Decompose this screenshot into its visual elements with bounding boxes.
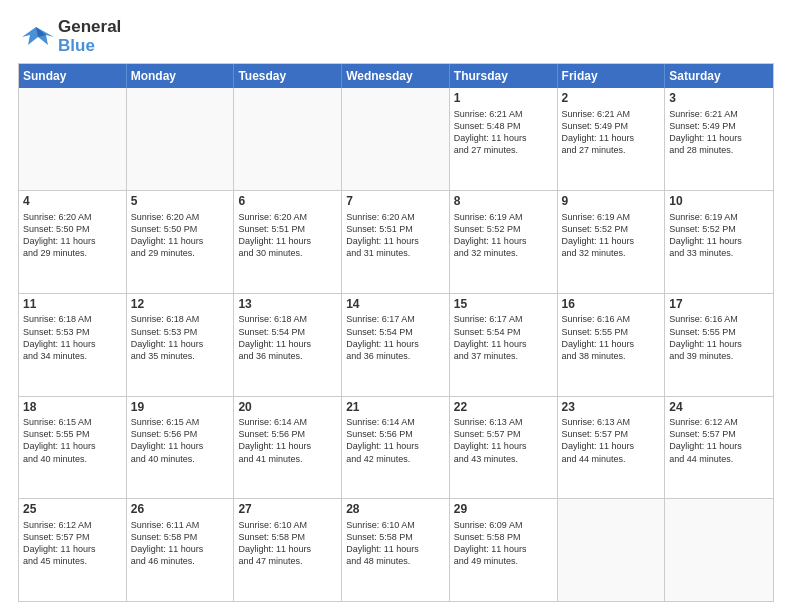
day-number: 20 xyxy=(238,400,337,416)
day-info: Sunrise: 6:21 AM Sunset: 5:49 PM Dayligh… xyxy=(562,108,661,157)
calendar-day-9: 9Sunrise: 6:19 AM Sunset: 5:52 PM Daylig… xyxy=(558,191,666,293)
day-number: 14 xyxy=(346,297,445,313)
day-info: Sunrise: 6:17 AM Sunset: 5:54 PM Dayligh… xyxy=(454,313,553,362)
day-number: 1 xyxy=(454,91,553,107)
calendar-week-1: 1Sunrise: 6:21 AM Sunset: 5:48 PM Daylig… xyxy=(19,88,773,190)
day-info: Sunrise: 6:18 AM Sunset: 5:53 PM Dayligh… xyxy=(131,313,230,362)
day-info: Sunrise: 6:13 AM Sunset: 5:57 PM Dayligh… xyxy=(454,416,553,465)
calendar-day-7: 7Sunrise: 6:20 AM Sunset: 5:51 PM Daylig… xyxy=(342,191,450,293)
calendar-day-17: 17Sunrise: 6:16 AM Sunset: 5:55 PM Dayli… xyxy=(665,294,773,396)
calendar-day-22: 22Sunrise: 6:13 AM Sunset: 5:57 PM Dayli… xyxy=(450,397,558,499)
day-number: 29 xyxy=(454,502,553,518)
calendar-day-27: 27Sunrise: 6:10 AM Sunset: 5:58 PM Dayli… xyxy=(234,499,342,601)
day-number: 8 xyxy=(454,194,553,210)
day-number: 24 xyxy=(669,400,769,416)
calendar-week-4: 18Sunrise: 6:15 AM Sunset: 5:55 PM Dayli… xyxy=(19,396,773,499)
day-info: Sunrise: 6:10 AM Sunset: 5:58 PM Dayligh… xyxy=(346,519,445,568)
logo-icon xyxy=(18,23,54,51)
weekday-header-thursday: Thursday xyxy=(450,64,558,88)
calendar-day-15: 15Sunrise: 6:17 AM Sunset: 5:54 PM Dayli… xyxy=(450,294,558,396)
logo-general: General xyxy=(58,18,121,37)
calendar-day-16: 16Sunrise: 6:16 AM Sunset: 5:55 PM Dayli… xyxy=(558,294,666,396)
day-info: Sunrise: 6:21 AM Sunset: 5:49 PM Dayligh… xyxy=(669,108,769,157)
day-number: 19 xyxy=(131,400,230,416)
calendar-week-3: 11Sunrise: 6:18 AM Sunset: 5:53 PM Dayli… xyxy=(19,293,773,396)
calendar-day-empty-0-2 xyxy=(234,88,342,190)
day-number: 21 xyxy=(346,400,445,416)
calendar-week-2: 4Sunrise: 6:20 AM Sunset: 5:50 PM Daylig… xyxy=(19,190,773,293)
day-number: 26 xyxy=(131,502,230,518)
day-number: 4 xyxy=(23,194,122,210)
calendar-day-29: 29Sunrise: 6:09 AM Sunset: 5:58 PM Dayli… xyxy=(450,499,558,601)
day-info: Sunrise: 6:18 AM Sunset: 5:54 PM Dayligh… xyxy=(238,313,337,362)
calendar-day-6: 6Sunrise: 6:20 AM Sunset: 5:51 PM Daylig… xyxy=(234,191,342,293)
day-info: Sunrise: 6:18 AM Sunset: 5:53 PM Dayligh… xyxy=(23,313,122,362)
day-info: Sunrise: 6:15 AM Sunset: 5:56 PM Dayligh… xyxy=(131,416,230,465)
day-number: 2 xyxy=(562,91,661,107)
calendar-day-12: 12Sunrise: 6:18 AM Sunset: 5:53 PM Dayli… xyxy=(127,294,235,396)
calendar-day-18: 18Sunrise: 6:15 AM Sunset: 5:55 PM Dayli… xyxy=(19,397,127,499)
day-number: 5 xyxy=(131,194,230,210)
page: General Blue SundayMondayTuesdayWednesda… xyxy=(0,0,792,612)
calendar-day-24: 24Sunrise: 6:12 AM Sunset: 5:57 PM Dayli… xyxy=(665,397,773,499)
calendar-day-19: 19Sunrise: 6:15 AM Sunset: 5:56 PM Dayli… xyxy=(127,397,235,499)
calendar-day-4: 4Sunrise: 6:20 AM Sunset: 5:50 PM Daylig… xyxy=(19,191,127,293)
calendar-day-13: 13Sunrise: 6:18 AM Sunset: 5:54 PM Dayli… xyxy=(234,294,342,396)
calendar-day-empty-4-6 xyxy=(665,499,773,601)
day-number: 27 xyxy=(238,502,337,518)
day-number: 15 xyxy=(454,297,553,313)
day-info: Sunrise: 6:10 AM Sunset: 5:58 PM Dayligh… xyxy=(238,519,337,568)
day-number: 17 xyxy=(669,297,769,313)
day-info: Sunrise: 6:19 AM Sunset: 5:52 PM Dayligh… xyxy=(454,211,553,260)
calendar-day-26: 26Sunrise: 6:11 AM Sunset: 5:58 PM Dayli… xyxy=(127,499,235,601)
calendar-day-3: 3Sunrise: 6:21 AM Sunset: 5:49 PM Daylig… xyxy=(665,88,773,190)
calendar-day-5: 5Sunrise: 6:20 AM Sunset: 5:50 PM Daylig… xyxy=(127,191,235,293)
day-info: Sunrise: 6:20 AM Sunset: 5:50 PM Dayligh… xyxy=(23,211,122,260)
calendar-day-1: 1Sunrise: 6:21 AM Sunset: 5:48 PM Daylig… xyxy=(450,88,558,190)
day-number: 11 xyxy=(23,297,122,313)
calendar-day-10: 10Sunrise: 6:19 AM Sunset: 5:52 PM Dayli… xyxy=(665,191,773,293)
day-number: 12 xyxy=(131,297,230,313)
day-info: Sunrise: 6:09 AM Sunset: 5:58 PM Dayligh… xyxy=(454,519,553,568)
day-info: Sunrise: 6:16 AM Sunset: 5:55 PM Dayligh… xyxy=(669,313,769,362)
weekday-header-saturday: Saturday xyxy=(665,64,773,88)
day-info: Sunrise: 6:16 AM Sunset: 5:55 PM Dayligh… xyxy=(562,313,661,362)
calendar-day-empty-0-3 xyxy=(342,88,450,190)
day-number: 25 xyxy=(23,502,122,518)
logo: General Blue xyxy=(18,18,121,55)
day-info: Sunrise: 6:19 AM Sunset: 5:52 PM Dayligh… xyxy=(562,211,661,260)
day-info: Sunrise: 6:20 AM Sunset: 5:51 PM Dayligh… xyxy=(346,211,445,260)
calendar-day-2: 2Sunrise: 6:21 AM Sunset: 5:49 PM Daylig… xyxy=(558,88,666,190)
calendar-day-empty-4-5 xyxy=(558,499,666,601)
day-number: 10 xyxy=(669,194,769,210)
day-number: 7 xyxy=(346,194,445,210)
day-info: Sunrise: 6:12 AM Sunset: 5:57 PM Dayligh… xyxy=(23,519,122,568)
calendar-day-empty-0-1 xyxy=(127,88,235,190)
calendar-day-8: 8Sunrise: 6:19 AM Sunset: 5:52 PM Daylig… xyxy=(450,191,558,293)
calendar-day-21: 21Sunrise: 6:14 AM Sunset: 5:56 PM Dayli… xyxy=(342,397,450,499)
calendar: SundayMondayTuesdayWednesdayThursdayFrid… xyxy=(18,63,774,602)
calendar-header: SundayMondayTuesdayWednesdayThursdayFrid… xyxy=(19,64,773,88)
calendar-day-28: 28Sunrise: 6:10 AM Sunset: 5:58 PM Dayli… xyxy=(342,499,450,601)
calendar-body: 1Sunrise: 6:21 AM Sunset: 5:48 PM Daylig… xyxy=(19,88,773,601)
weekday-header-friday: Friday xyxy=(558,64,666,88)
header: General Blue xyxy=(18,18,774,55)
logo-blue: Blue xyxy=(58,37,121,56)
calendar-day-25: 25Sunrise: 6:12 AM Sunset: 5:57 PM Dayli… xyxy=(19,499,127,601)
day-number: 22 xyxy=(454,400,553,416)
calendar-day-14: 14Sunrise: 6:17 AM Sunset: 5:54 PM Dayli… xyxy=(342,294,450,396)
day-info: Sunrise: 6:19 AM Sunset: 5:52 PM Dayligh… xyxy=(669,211,769,260)
calendar-day-empty-0-0 xyxy=(19,88,127,190)
calendar-week-5: 25Sunrise: 6:12 AM Sunset: 5:57 PM Dayli… xyxy=(19,498,773,601)
day-info: Sunrise: 6:20 AM Sunset: 5:50 PM Dayligh… xyxy=(131,211,230,260)
day-info: Sunrise: 6:17 AM Sunset: 5:54 PM Dayligh… xyxy=(346,313,445,362)
day-number: 16 xyxy=(562,297,661,313)
day-number: 18 xyxy=(23,400,122,416)
day-info: Sunrise: 6:20 AM Sunset: 5:51 PM Dayligh… xyxy=(238,211,337,260)
weekday-header-tuesday: Tuesday xyxy=(234,64,342,88)
calendar-day-23: 23Sunrise: 6:13 AM Sunset: 5:57 PM Dayli… xyxy=(558,397,666,499)
weekday-header-monday: Monday xyxy=(127,64,235,88)
day-info: Sunrise: 6:14 AM Sunset: 5:56 PM Dayligh… xyxy=(238,416,337,465)
day-number: 28 xyxy=(346,502,445,518)
day-info: Sunrise: 6:13 AM Sunset: 5:57 PM Dayligh… xyxy=(562,416,661,465)
